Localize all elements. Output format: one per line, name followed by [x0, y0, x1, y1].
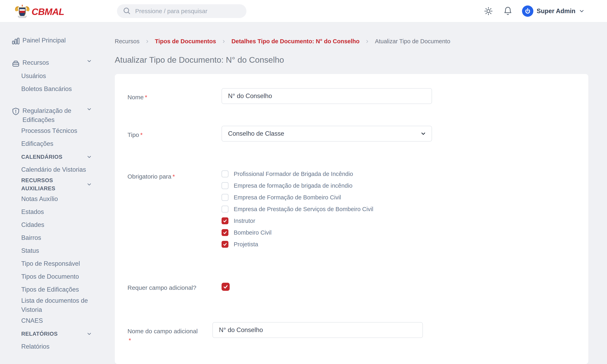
top-header: CBMAL [0, 0, 607, 22]
bell-icon [503, 6, 513, 16]
checkbox-projetista[interactable] [222, 241, 228, 248]
check-icon [223, 219, 227, 223]
checkbox-requer-campo-adicional[interactable] [222, 283, 230, 291]
user-menu[interactable]: Super Admin [522, 5, 585, 17]
required-asterisk: * [140, 131, 143, 138]
required-asterisk: * [129, 337, 131, 344]
sidebar-section-relatorios[interactable]: RELATÓRIOS [11, 327, 96, 340]
check-icon [223, 230, 227, 235]
sidebar-item-usuarios[interactable]: Usuários [11, 70, 96, 82]
nome-input[interactable] [222, 88, 432, 104]
global-search [117, 4, 246, 18]
sidebar-item-processos-tecnicos[interactable]: Processos Técnicos [11, 125, 96, 138]
tipo-label: Tipo* [128, 126, 222, 142]
form-card: Nome* Tipo* Obrigatorio para* [115, 74, 588, 364]
checkbox-bombeiro-civil[interactable] [222, 229, 228, 236]
sidebar-item-cnaes[interactable]: CNAES [11, 314, 96, 327]
sidebar-item-tipos-documento[interactable]: Tipos de Documento [11, 270, 96, 283]
breadcrumb-atualizar-tipo-documento: Atualizar Tipo de Documento [375, 38, 450, 45]
logo-text: CBMAL [32, 6, 64, 17]
breadcrumb-recursos[interactable]: Recursos [115, 38, 140, 45]
breadcrumb-detalhes-tipo-documento[interactable]: Detalhes Tipo de Documento: N° do Consel… [231, 38, 359, 45]
sidebar-item-regularizacao[interactable]: Regularização de Edificações [11, 105, 96, 125]
sidebar-item-notas-auxilio[interactable]: Notas Auxílio [11, 193, 96, 206]
main-content: Recursos Tipos de Documentos Detalhes Ti… [102, 22, 607, 364]
sidebar-item-lista-documentos-vistoria[interactable]: Lista de documentos de Vistoria [11, 296, 96, 314]
checkbox-empresa-formacao-bombeiro[interactable] [222, 194, 228, 201]
checkbox-row: Empresa de Prestação de Serviços de Bomb… [222, 206, 432, 213]
checkbox-row: Bombeiro Civil [222, 229, 432, 236]
user-name: Super Admin [537, 8, 575, 15]
nome-label: Nome* [128, 88, 222, 104]
chevron-down-icon [86, 331, 92, 337]
chevron-down-icon [579, 8, 585, 14]
page-title: Atualizar Tipo de Documento: N° do Conse… [115, 55, 607, 65]
sidebar-item-boletos-bancarios[interactable]: Boletos Bancários [11, 82, 96, 95]
sidebar-item-bairros[interactable]: Bairros [11, 232, 96, 245]
search-icon [123, 7, 131, 15]
crest-icon [14, 3, 31, 21]
chart-icon [11, 36, 20, 46]
requer-campo-adicional-label: Requer campo adicional? [128, 283, 222, 292]
check-icon [223, 284, 228, 289]
sidebar-section-calendarios[interactable]: CALENDÁRIOS [11, 150, 96, 163]
sidebar-item-recursos[interactable]: Recursos [11, 57, 96, 70]
tipo-select[interactable] [222, 126, 432, 142]
sidebar-section-recursos-auxiliares[interactable]: RECURSOS AUXILIARES [11, 176, 96, 193]
chevron-down-icon [86, 106, 92, 112]
sidebar-item-estados[interactable]: Estados [11, 206, 96, 219]
checkbox-row: Instrutor [222, 217, 432, 224]
theme-toggle-button[interactable] [483, 6, 494, 16]
avatar [522, 5, 533, 17]
breadcrumb: Recursos Tipos de Documentos Detalhes Ti… [115, 38, 607, 45]
chevron-right-icon [221, 39, 226, 44]
chevron-right-icon [365, 39, 370, 44]
chevron-down-icon [86, 154, 92, 160]
sidebar-item-cidades[interactable]: Cidades [11, 219, 96, 232]
sidebar-item-edificacoes[interactable]: Edificações [11, 138, 96, 150]
tipo-select-value [222, 126, 432, 142]
obrigatorio-para-label: Obrigatorio para* [128, 168, 222, 252]
sidebar-nav: Painel Principal Recursos Usuários Bolet… [0, 22, 102, 364]
checkbox-empresa-prestacao-servicos[interactable] [222, 206, 228, 212]
sun-icon [484, 6, 493, 16]
chevron-down-icon [86, 58, 92, 64]
checkbox-instrutor[interactable] [222, 217, 228, 224]
sidebar-item-calendario-vistorias[interactable]: Calendário de Vistorias [11, 163, 96, 176]
required-asterisk: * [145, 94, 147, 101]
sidebar-item-tipos-edificacoes[interactable]: Tipos de Edificações [11, 283, 96, 296]
chevron-right-icon [145, 39, 150, 44]
breadcrumb-tipos-de-documentos[interactable]: Tipos de Documentos [155, 38, 216, 45]
checkbox-row: Projetista [222, 241, 432, 248]
shield-alert-icon [11, 107, 20, 116]
chevron-down-icon [86, 182, 92, 187]
resources-icon [11, 59, 20, 68]
checkbox-row: Empresa de formação de brigada de incênd… [222, 182, 432, 189]
checkbox-empresa-formacao-brigada[interactable] [222, 182, 228, 189]
app-logo[interactable]: CBMAL [14, 3, 64, 21]
notifications-button[interactable] [502, 6, 513, 16]
nome-campo-adicional-input[interactable] [212, 322, 423, 338]
required-asterisk: * [172, 173, 175, 180]
check-icon [223, 242, 227, 247]
sidebar-item-relatorios[interactable]: Relatórios [11, 340, 96, 353]
search-input[interactable] [135, 8, 241, 14]
checkbox-profissional-formador-brigada[interactable] [222, 170, 228, 177]
power-icon [524, 7, 532, 15]
sidebar-item-tipo-responsavel[interactable]: Tipo de Responsável [11, 258, 96, 270]
sidebar-item-painel-principal[interactable]: Painel Principal [11, 34, 96, 47]
checkbox-row: Empresa de Formação de Bombeiro Civil [222, 194, 432, 201]
nome-campo-adicional-label: Nome do campo adicional * [128, 322, 212, 345]
checkbox-row: Profissional Formador de Brigada de Incê… [222, 170, 432, 178]
sidebar-item-status[interactable]: Status [11, 245, 96, 258]
